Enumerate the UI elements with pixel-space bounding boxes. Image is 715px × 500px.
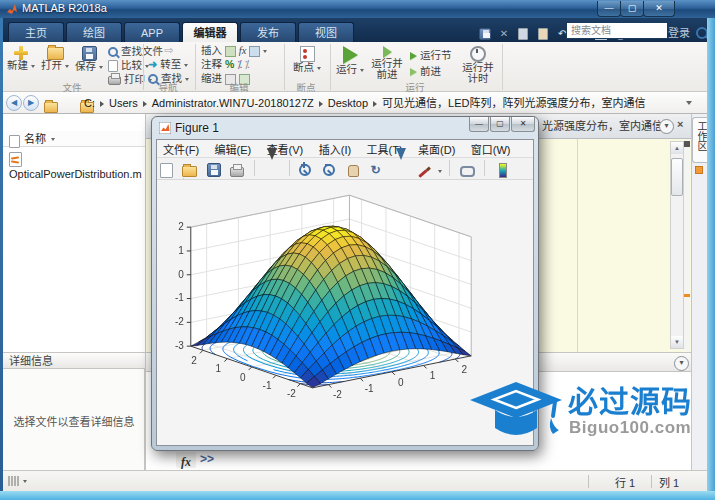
percent-icon[interactable]: % (225, 58, 234, 70)
figure-icon (159, 122, 171, 134)
close-button[interactable]: ✕ (643, 1, 675, 17)
crumb-sep-icon (100, 101, 104, 107)
save-button[interactable]: 保存 (74, 46, 104, 72)
statusbar-dropdown-icon[interactable] (23, 480, 27, 483)
window-border-left (0, 18, 3, 500)
minimize-button[interactable]: — (597, 1, 621, 17)
name-column-header[interactable]: 名称 (3, 131, 145, 147)
tab-home[interactable]: 主页 (8, 22, 64, 42)
nav-back-icon[interactable]: ◀ (6, 95, 22, 111)
fig-brush-dropdown-icon[interactable] (438, 170, 442, 173)
doc-search-placeholder: 搜索文档 (571, 25, 611, 36)
fig-colorbar-icon[interactable] (494, 160, 511, 176)
menu-insert[interactable]: 插入(I) (319, 142, 351, 159)
scroll-down-icon[interactable]: ▼ (671, 336, 683, 348)
crumb-desktop[interactable]: Desktop (328, 97, 368, 109)
fig-rotate3d-icon[interactable]: ↻ (369, 160, 386, 176)
comment-button[interactable]: 注释 % ⁒ ⁒ (201, 58, 250, 71)
menu-window[interactable]: 窗口(W) (471, 142, 511, 159)
fig-zoom-out-icon[interactable] (322, 160, 339, 176)
sort-arrow-icon[interactable] (51, 138, 55, 141)
run-section-button[interactable]: 运行节 (410, 49, 451, 62)
editor-message-bar (684, 140, 690, 351)
figure-close-button[interactable]: ✕ (511, 117, 535, 132)
command-window-menu-icon[interactable]: ▾ (674, 356, 689, 371)
message-summary-icon[interactable] (684, 141, 690, 147)
scroll-up-icon[interactable]: ▲ (671, 142, 683, 154)
fig-zoom-in-icon[interactable] (298, 160, 315, 176)
figure-minimize-button[interactable]: — (469, 117, 489, 132)
editor-tab-menu-icon[interactable]: ▾ (659, 119, 674, 134)
main-titlebar: MATLAB R2018a — ▢ ✕ (0, 0, 715, 18)
details-header[interactable]: 详细信息 (3, 352, 146, 369)
run-button[interactable]: 运行 (334, 46, 366, 75)
folder-up-icon[interactable] (44, 102, 58, 113)
message-marker-icon[interactable] (684, 294, 690, 297)
crumb-users[interactable]: Users (109, 97, 138, 109)
advance-button[interactable]: 前进 (410, 65, 441, 78)
tab-apps[interactable]: APP (124, 22, 180, 42)
back-arrow-icon[interactable]: ⇦ ⇨ (152, 44, 174, 57)
tab-editor[interactable]: 编辑器 (182, 22, 238, 42)
breadcrumb[interactable]: C:UsersAdministrator.WIN7U-20180127ZDesk… (84, 92, 646, 114)
fig-pointer-icon[interactable] (263, 160, 280, 176)
new-button[interactable]: 新建 (6, 46, 36, 71)
figure-maximize-button[interactable]: ▢ (490, 117, 510, 132)
nav-forward-icon[interactable]: ▶ (23, 95, 39, 111)
run-advance-button[interactable]: 运行并前进 (368, 46, 406, 80)
workspace-tab[interactable]: 工作区 (692, 117, 707, 163)
open-button[interactable]: 打开 (40, 47, 70, 71)
menu-file[interactable]: 文件(F) (163, 142, 199, 159)
fx-icon[interactable]: fx (239, 45, 247, 56)
menu-desktop[interactable]: 桌面(D) (418, 142, 455, 159)
details-panel: 选择文件以查看详细信息 (3, 369, 145, 470)
fx-chip[interactable]: fx (176, 452, 196, 468)
name-column-label: 名称 (24, 132, 46, 147)
crumb-drive[interactable]: C: (84, 97, 95, 109)
fig-new-icon[interactable] (158, 160, 175, 176)
breakpoints-button[interactable]: 断点 (290, 46, 324, 73)
editor-tab-close-icon[interactable]: × (677, 118, 683, 130)
status-bar: 行 1 列 1 (3, 470, 707, 491)
tab-publish[interactable]: 发布 (240, 22, 296, 42)
address-dropdown-icon[interactable] (686, 101, 692, 105)
insert-button[interactable]: 插入 fx (201, 44, 267, 57)
editor-scrollbar[interactable]: ▲ ▼ (670, 141, 684, 349)
run-and-time-button[interactable]: 运行并计时 (458, 46, 498, 84)
file-type-icon (9, 135, 20, 148)
details-empty-text: 选择文件以查看详细信息 (3, 413, 145, 429)
maximize-button[interactable]: ▢ (620, 1, 644, 17)
qa-paste-icon[interactable] (536, 27, 549, 40)
fig-print-icon[interactable] (228, 160, 245, 176)
qa-save-icon[interactable] (478, 27, 491, 40)
crumb-project-folder[interactable]: 可见光通信，LED阵列，阵列光源强度分布，室内通信 (382, 97, 645, 109)
fig-datacursor-icon[interactable] (392, 160, 409, 176)
file-list-item[interactable]: OpticalPowerDistribution.m (9, 151, 145, 182)
crumb-admin[interactable]: Administrator.WIN7U-20180127Z (152, 97, 314, 109)
watermark-site: Biguo100.com (569, 418, 691, 438)
doc-search-input[interactable]: 搜索文档 (566, 22, 668, 39)
signin-link[interactable]: 登录 (668, 24, 690, 40)
goto-button[interactable]: ➜ 转至 (148, 58, 188, 71)
search-icon[interactable] (696, 27, 708, 39)
window-title: MATLAB R2018a (22, 2, 107, 14)
fig-open-icon[interactable] (181, 160, 198, 176)
file-name[interactable]: OpticalPowerDistribution.m (9, 168, 142, 180)
matlab-logo-icon (6, 3, 18, 15)
figure-menu-bar: 文件(F) 编辑(E) 查看(V) 插入(I) 工具(T) 桌面(D) 窗口(W… (157, 140, 533, 158)
qa-cut-icon[interactable]: ✕ (497, 27, 510, 40)
qa-copy-icon[interactable] (517, 27, 530, 40)
window-border-bottom (0, 491, 715, 500)
tab-plots[interactable]: 绘图 (66, 22, 122, 42)
fig-save-icon[interactable] (205, 160, 222, 176)
tab-view[interactable]: 视图 (298, 22, 354, 42)
crumb-sep-icon (373, 101, 377, 107)
figure-toolbar: ↻ (157, 158, 533, 180)
fig-brush-icon[interactable] (415, 160, 432, 176)
statusbar-grip-icon[interactable] (8, 476, 20, 488)
scrollbar-thumb[interactable] (671, 158, 683, 196)
menu-edit[interactable]: 编辑(E) (215, 142, 252, 159)
command-prompt[interactable]: >> (200, 452, 214, 466)
fig-pan-icon[interactable] (345, 160, 362, 176)
fig-link-icon[interactable] (459, 160, 476, 176)
